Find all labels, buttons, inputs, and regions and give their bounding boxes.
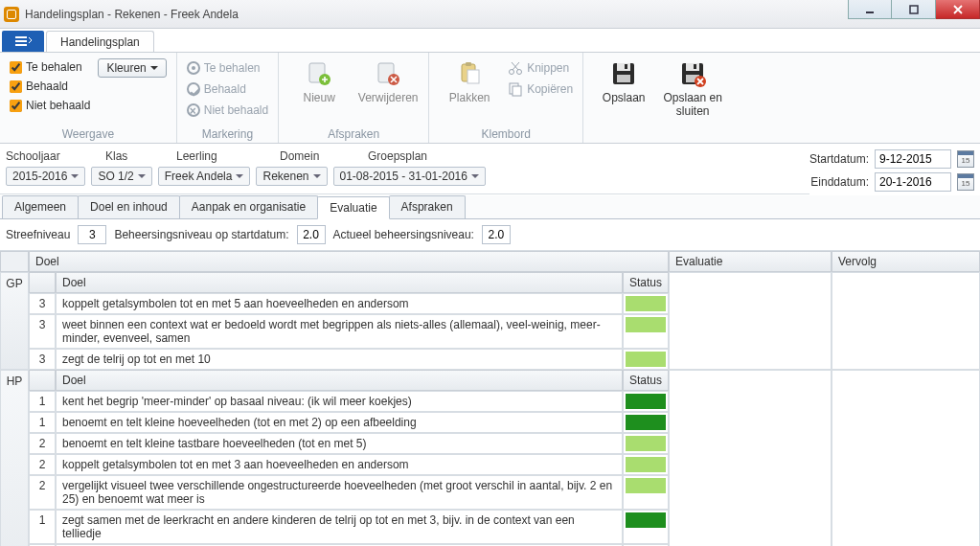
row-num: 3 xyxy=(29,314,56,349)
dropdown-klas[interactable]: SO 1/2 xyxy=(91,167,151,186)
inner-col-doel[interactable]: Doel xyxy=(56,272,623,293)
col-header-vervolg[interactable]: Vervolg xyxy=(832,251,980,272)
label-groepsplan: Groepsplan xyxy=(368,149,804,163)
col-header-evaluatie[interactable]: Evaluatie xyxy=(669,251,832,272)
streefniveau-label: Streefniveau xyxy=(6,228,70,241)
calendar-icon[interactable] xyxy=(957,173,974,191)
col-header-doel[interactable]: Doel xyxy=(29,251,669,272)
label-klas: Klas xyxy=(105,149,176,163)
ribbon-group-markering-label: Markering xyxy=(187,125,268,141)
table-row[interactable]: 3weet binnen een context wat er bedoeld … xyxy=(29,314,669,349)
minimize-button[interactable] xyxy=(848,0,892,19)
dropdown-leerling[interactable]: Freek Andela xyxy=(158,167,251,186)
check-te-behalen[interactable]: Te behalen xyxy=(10,58,90,76)
beheersing-actueel-input[interactable] xyxy=(482,225,511,244)
svg-rect-4 xyxy=(15,44,27,46)
check-behaald-box[interactable] xyxy=(10,80,22,93)
tab-handelingsplan[interactable]: Handelingsplan xyxy=(46,31,154,52)
check-behaald[interactable]: Behaald xyxy=(10,78,90,95)
dropdown-schooljaar[interactable]: 2015-2016 xyxy=(6,167,85,186)
verwijderen-button: Verwijderen xyxy=(357,58,419,104)
inner-col-status[interactable]: Status xyxy=(623,272,669,293)
label-leerling: Leerling xyxy=(176,149,280,163)
tab-algemeen[interactable]: Algemeen xyxy=(2,195,79,218)
chevron-down-icon xyxy=(71,174,79,182)
tab-evaluatie[interactable]: Evaluatie xyxy=(317,196,389,219)
chevron-down-icon xyxy=(150,66,158,74)
kopieren-label: Kopiëren xyxy=(527,80,573,99)
svg-point-12 xyxy=(510,70,514,75)
circle-check-icon xyxy=(187,82,200,96)
startdatum-input[interactable] xyxy=(875,149,951,169)
mark-niet-behaald-label: Niet behaald xyxy=(204,101,268,120)
table-row[interactable]: 2benoemt en telt kleine tastbare hoeveel… xyxy=(29,433,669,454)
opslaan-sluiten-button[interactable]: Opslaan en sluiten xyxy=(662,58,723,118)
einddatum-input[interactable] xyxy=(875,172,951,192)
row-status xyxy=(623,412,669,433)
check-te-behalen-label: Te behalen xyxy=(26,58,82,76)
inner-col-doel[interactable]: Doel xyxy=(56,370,623,391)
inner-col-num xyxy=(29,370,56,391)
vervolg-cell[interactable] xyxy=(832,370,980,546)
table-row[interactable]: 3zegt de telrij op tot en met 10 xyxy=(29,349,669,370)
row-status xyxy=(623,391,669,412)
opslaan-button[interactable]: Opslaan xyxy=(593,58,654,104)
row-doel: weet binnen een context wat er bedoeld w… xyxy=(56,314,623,349)
inner-col-status[interactable]: Status xyxy=(623,370,669,391)
streefniveau-bar: Streefniveau Beheersingsniveau op startd… xyxy=(0,219,980,251)
table-row[interactable]: 2koppelt getalsymbolen tot en met 3 aan … xyxy=(29,454,669,475)
opslaan-label: Opslaan xyxy=(603,91,646,104)
evaluatie-cell[interactable] xyxy=(669,370,832,546)
knippen-label: Knippen xyxy=(527,58,569,78)
kleuren-button[interactable]: Kleuren xyxy=(98,58,166,78)
status-swatch xyxy=(626,415,666,430)
copy-icon xyxy=(508,81,523,97)
streefniveau-input[interactable] xyxy=(78,225,106,244)
row-status xyxy=(623,510,669,544)
tab-handelingsplan-label: Handelingsplan xyxy=(60,35,140,49)
svg-rect-10 xyxy=(466,62,471,66)
table-row[interactable]: 3koppelt getalsymbolen tot en met 5 aan … xyxy=(29,293,669,314)
ribbon-group-klembord-label: Klembord xyxy=(439,125,573,141)
beheersing-start-input[interactable] xyxy=(297,225,326,244)
close-button[interactable] xyxy=(936,0,980,19)
status-swatch xyxy=(626,436,666,451)
mark-te-behalen: Te behalen xyxy=(187,58,268,78)
check-te-behalen-box[interactable] xyxy=(10,61,22,74)
einddatum-row: Einddatum: xyxy=(809,172,974,192)
beheersing-start-label: Beheersingsniveau op startdatum: xyxy=(114,228,288,241)
quick-access-menu[interactable] xyxy=(2,31,44,52)
einddatum-label: Einddatum: xyxy=(810,175,869,189)
calendar-icon[interactable] xyxy=(957,150,974,168)
vervolg-cell[interactable] xyxy=(832,272,980,370)
table-row[interactable]: 2vergelijkt visueel twee verschillende o… xyxy=(29,475,669,510)
knippen-button: Knippen xyxy=(508,58,573,78)
section-side-GP: GP xyxy=(0,272,29,370)
tab-afspraken[interactable]: Afspraken xyxy=(389,195,466,218)
tab-aanpak[interactable]: Aanpak en organisatie xyxy=(179,195,318,218)
mark-behaald: Behaald xyxy=(187,80,268,99)
row-num: 1 xyxy=(29,391,56,412)
dropdown-groepsplan[interactable]: 01-08-2015 - 31-01-2016 xyxy=(333,167,486,186)
chevron-down-icon xyxy=(313,174,321,182)
check-niet-behaald-box[interactable] xyxy=(10,100,22,112)
inner-header: DoelStatus xyxy=(29,272,669,293)
ribbon-group-klembord: Plakken Knippen Kopiëren Klembord xyxy=(429,53,583,143)
ribbon-group-markering: Te behalen Behaald Niet behaald Markerin… xyxy=(177,53,279,143)
evaluatie-cell[interactable] xyxy=(669,272,832,370)
table-row[interactable]: 1zegt samen met de leerkracht en andere … xyxy=(29,510,669,544)
status-swatch xyxy=(626,457,666,472)
table-row[interactable]: 1kent het begrip 'meer-minder' op basaal… xyxy=(29,391,669,412)
check-niet-behaald[interactable]: Niet behaald xyxy=(10,97,90,114)
plakken-button: Plakken xyxy=(439,58,500,104)
tab-algemeen-label: Algemeen xyxy=(14,200,66,214)
mark-te-behalen-label: Te behalen xyxy=(204,58,261,78)
label-domein: Domein xyxy=(280,149,368,163)
dropdown-domein[interactable]: Rekenen xyxy=(256,167,327,186)
maximize-button[interactable] xyxy=(892,0,936,19)
check-niet-behaald-label: Niet behaald xyxy=(26,97,90,114)
tab-doel-inhoud[interactable]: Doel en inhoud xyxy=(78,195,180,218)
svg-rect-2 xyxy=(15,36,27,38)
ribbon-group-afspraken-label: Afspraken xyxy=(288,125,419,141)
table-row[interactable]: 1benoemt en telt kleine hoeveelheden (to… xyxy=(29,412,669,433)
